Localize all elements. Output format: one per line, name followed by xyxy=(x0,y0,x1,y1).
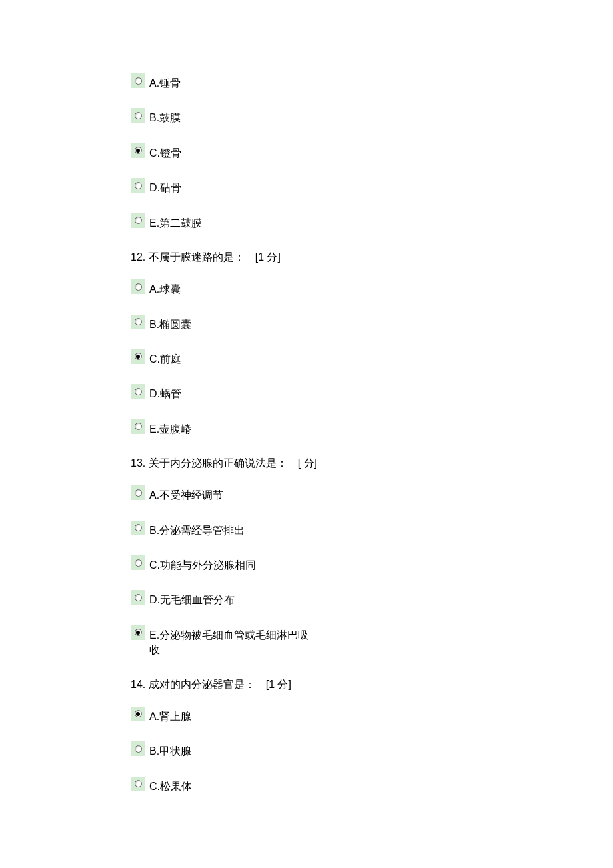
option-row: D.无毛细血管分布 xyxy=(131,590,330,607)
radio-selected-icon xyxy=(135,629,142,636)
question-stem: 12. 不属于膜迷路的是： [1 分] xyxy=(131,248,317,266)
option-label: E.壶腹嵴 xyxy=(149,419,191,437)
radio-unselected-icon xyxy=(135,489,142,497)
option-row: E.壶腹嵴 xyxy=(131,419,330,437)
radio-button[interactable] xyxy=(131,707,145,721)
radio-button[interactable] xyxy=(131,625,145,640)
radio-button[interactable] xyxy=(131,315,145,329)
option-label: A.锤骨 xyxy=(149,73,181,91)
option-label: D.无毛细血管分布 xyxy=(149,590,235,607)
option-row: E.分泌物被毛细血管或毛细淋巴吸收 xyxy=(131,625,330,658)
radio-button[interactable] xyxy=(131,419,145,434)
radio-unselected-icon xyxy=(135,780,142,787)
radio-button[interactable] xyxy=(131,349,145,364)
radio-unselected-icon xyxy=(135,524,142,531)
radio-button[interactable] xyxy=(131,213,145,228)
option-row: E.第二鼓膜 xyxy=(131,213,330,231)
option-label: C.镫骨 xyxy=(149,143,181,161)
radio-selected-icon xyxy=(135,710,142,717)
radio-button[interactable] xyxy=(131,384,145,399)
option-row: B.鼓膜 xyxy=(131,108,330,125)
radio-button[interactable] xyxy=(131,485,145,500)
option-row: C.前庭 xyxy=(131,349,330,367)
option-row: D.蜗管 xyxy=(131,384,330,401)
option-row: B.椭圆囊 xyxy=(131,315,330,332)
option-row: B.分泌需经导管排出 xyxy=(131,521,330,538)
option-label: A.球囊 xyxy=(149,279,181,297)
option-label: E.分泌物被毛细血管或毛细淋巴吸收 xyxy=(149,625,316,658)
radio-unselected-icon xyxy=(135,318,142,325)
radio-unselected-icon xyxy=(135,594,142,601)
option-label: D.蜗管 xyxy=(149,384,181,401)
radio-unselected-icon xyxy=(135,388,142,395)
option-label: B.椭圆囊 xyxy=(149,315,191,332)
option-label: E.第二鼓膜 xyxy=(149,213,202,231)
radio-unselected-icon xyxy=(135,77,142,85)
option-label: A.肾上腺 xyxy=(149,707,191,724)
option-row: A.锤骨 xyxy=(131,73,330,91)
option-label: B.分泌需经导管排出 xyxy=(149,521,245,538)
radio-unselected-icon xyxy=(135,217,142,224)
radio-button[interactable] xyxy=(131,73,145,88)
option-label: C.功能与外分泌腺相同 xyxy=(149,555,256,573)
option-label: B.鼓膜 xyxy=(149,108,181,125)
option-label: C.前庭 xyxy=(149,349,181,367)
radio-unselected-icon xyxy=(135,182,142,189)
radio-unselected-icon xyxy=(135,423,142,430)
radio-unselected-icon xyxy=(135,112,142,119)
option-row: D.砧骨 xyxy=(131,178,330,195)
radio-button[interactable] xyxy=(131,777,145,791)
radio-button[interactable] xyxy=(131,143,145,158)
option-label: C.松果体 xyxy=(149,777,192,794)
radio-button[interactable] xyxy=(131,279,145,294)
radio-button[interactable] xyxy=(131,178,145,193)
question-stem: 13. 关于内分泌腺的正确说法是： [ 分] xyxy=(131,454,324,472)
radio-button[interactable] xyxy=(131,521,145,535)
option-label: D.砧骨 xyxy=(149,178,181,195)
option-row: C.镫骨 xyxy=(131,143,330,161)
radio-button[interactable] xyxy=(131,590,145,605)
radio-unselected-icon xyxy=(135,559,142,567)
option-row: A.肾上腺 xyxy=(131,707,330,724)
radio-selected-icon xyxy=(135,353,142,360)
option-label: A.不受神经调节 xyxy=(149,485,223,503)
radio-button[interactable] xyxy=(131,555,145,570)
option-row: A.球囊 xyxy=(131,279,330,297)
option-row: B.甲状腺 xyxy=(131,741,330,759)
option-label: B.甲状腺 xyxy=(149,741,191,759)
radio-button[interactable] xyxy=(131,741,145,756)
radio-unselected-icon xyxy=(135,745,142,753)
option-row: C.松果体 xyxy=(131,777,330,794)
radio-selected-icon xyxy=(135,147,142,154)
radio-button[interactable] xyxy=(131,108,145,123)
option-row: C.功能与外分泌腺相同 xyxy=(131,555,330,573)
question-stem: 14. 成对的内分泌器官是： [1 分] xyxy=(131,675,317,693)
radio-unselected-icon xyxy=(135,283,142,291)
option-row: A.不受神经调节 xyxy=(131,485,330,503)
